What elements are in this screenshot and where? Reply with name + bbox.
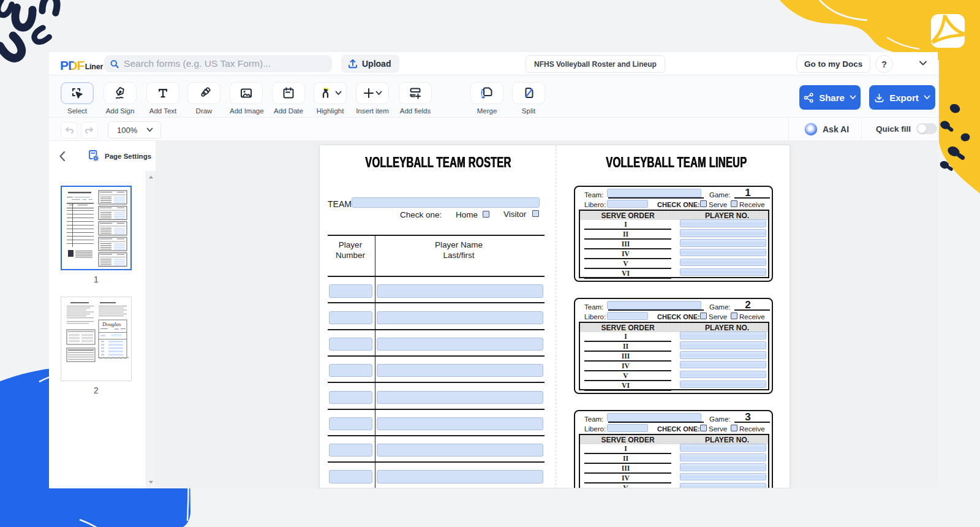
lineup-team-field[interactable] xyxy=(607,413,701,422)
roster-player-number-field[interactable] xyxy=(329,311,372,324)
tool-add-image[interactable]: Add Image xyxy=(230,82,263,115)
player-no-field[interactable] xyxy=(680,463,766,471)
quick-fill-toggle[interactable] xyxy=(916,123,937,134)
tool-add-sign[interactable]: Add Sign xyxy=(104,82,137,115)
lineup-team-label: Team: xyxy=(584,191,603,199)
pdfliner-logo[interactable]: PDF Liner xyxy=(60,57,103,72)
player-no-field[interactable] xyxy=(680,249,766,257)
page-thumbnail-2[interactable]: Douglas xyxy=(61,297,132,381)
image-icon xyxy=(239,86,253,100)
tool-label: Add Image xyxy=(230,107,263,115)
export-button[interactable]: Export xyxy=(869,85,935,110)
lineup-serve-checkbox[interactable] xyxy=(700,313,707,319)
sub-toolbar: 100% Ask AI Quick fill xyxy=(49,118,938,141)
roster-team-field[interactable] xyxy=(352,197,540,208)
lineup-receive-checkbox[interactable] xyxy=(731,425,737,431)
player-no-field[interactable] xyxy=(680,473,766,481)
roster-player-name-field[interactable] xyxy=(377,338,543,351)
roster-player-name-field[interactable] xyxy=(377,470,543,483)
roster-player-name-field[interactable] xyxy=(377,444,543,457)
zoom-control[interactable]: 100% xyxy=(108,121,161,138)
player-no-header: PLAYER NO. xyxy=(684,324,770,332)
tool-button-box xyxy=(187,82,221,104)
player-no-field[interactable] xyxy=(680,341,766,349)
header-chevron-down-icon[interactable] xyxy=(919,60,927,66)
player-no-field[interactable] xyxy=(680,268,766,276)
sidebar-scrollbar[interactable] xyxy=(146,171,155,488)
lineup-receive-checkbox[interactable] xyxy=(731,313,737,319)
undo-button[interactable] xyxy=(61,122,78,138)
player-no-field[interactable] xyxy=(680,332,766,339)
download-icon xyxy=(874,93,884,103)
player-no-field[interactable] xyxy=(680,371,766,379)
player-no-field[interactable] xyxy=(680,483,766,488)
share-button[interactable]: Share xyxy=(799,85,861,110)
tool-add-fields[interactable]: Add fields xyxy=(399,82,432,115)
roster-player-number-field[interactable] xyxy=(329,364,372,377)
chevron-down-icon xyxy=(375,91,382,96)
tool-draw[interactable]: Draw xyxy=(187,82,221,115)
lineup-libero-field[interactable] xyxy=(607,424,648,432)
pdf-page[interactable]: VOLLEYBALL TEAM ROSTERTEAMCheck one:Home… xyxy=(319,145,790,488)
lineup-serve-checkbox[interactable] xyxy=(700,425,707,431)
roster-player-name-field[interactable] xyxy=(377,417,543,430)
tool-add-date[interactable]: Add Date xyxy=(272,82,305,115)
roster-player-name-field[interactable] xyxy=(377,311,543,324)
player-no-field[interactable] xyxy=(680,361,766,369)
lineup-serve-checkbox[interactable] xyxy=(700,200,707,207)
tool-merge[interactable]: Merge xyxy=(470,82,503,115)
player-no-field[interactable] xyxy=(680,239,766,247)
roster-player-number-field[interactable] xyxy=(329,417,372,430)
search-input[interactable] xyxy=(124,58,326,69)
tool-button-box xyxy=(230,82,263,104)
ask-ai-button[interactable]: Ask AI xyxy=(805,123,849,135)
player-no-field[interactable] xyxy=(680,444,766,452)
tab-label: Page Settings xyxy=(105,153,151,160)
player-no-field[interactable] xyxy=(680,259,766,267)
help-button[interactable]: ? xyxy=(875,55,893,73)
lineup-libero-field[interactable] xyxy=(607,200,648,208)
lineup-game-underline xyxy=(734,422,770,423)
roster-home-checkbox[interactable] xyxy=(483,211,489,218)
roster-player-number-field[interactable] xyxy=(329,444,372,457)
chevron-left-icon xyxy=(59,151,66,162)
player-no-field[interactable] xyxy=(680,453,766,461)
tool-insert-item[interactable]: Insert item xyxy=(356,82,389,115)
serve-order-numeral: VI xyxy=(585,270,666,277)
tool-select[interactable]: Select xyxy=(61,82,94,115)
lineup-team-field[interactable] xyxy=(607,189,701,197)
player-no-field[interactable] xyxy=(680,351,766,359)
lineup-team-field[interactable] xyxy=(607,301,701,309)
tool-add-text[interactable]: Add Text xyxy=(146,82,179,115)
lineup-libero-field[interactable] xyxy=(607,312,648,320)
upload-button[interactable]: Upload xyxy=(341,55,399,73)
roster-player-number-field[interactable] xyxy=(329,391,372,404)
page-thumbnail-1[interactable] xyxy=(61,186,132,270)
tab-page-settings[interactable]: Page Settings xyxy=(75,141,156,171)
lineup-receive-checkbox[interactable] xyxy=(731,200,737,207)
document-title-chip[interactable]: NFHS Volleyball Roster and Lineup xyxy=(526,55,665,73)
player-no-field[interactable] xyxy=(680,219,766,227)
tool-highlight[interactable]: Highlight xyxy=(314,82,347,115)
player-no-field[interactable] xyxy=(680,381,766,389)
roster-rule xyxy=(328,461,545,463)
lineup-game-label: Game: xyxy=(709,303,731,311)
redo-button[interactable] xyxy=(81,122,98,138)
roster-player-name-field[interactable] xyxy=(377,284,543,297)
roster-player-number-field[interactable] xyxy=(329,284,372,297)
roster-player-number-field[interactable] xyxy=(329,470,372,483)
tool-button-box xyxy=(104,82,137,104)
collapse-sidebar-button[interactable] xyxy=(49,141,75,171)
tool-button-box xyxy=(512,82,545,104)
roster-player-number-field[interactable] xyxy=(329,338,372,351)
tool-split[interactable]: Split xyxy=(512,82,545,115)
serve-order-header: SERVE ORDER xyxy=(585,211,671,220)
player-no-field[interactable] xyxy=(680,229,766,237)
roster-visitor-label: Visitor xyxy=(503,210,526,219)
roster-rule xyxy=(328,329,545,330)
roster-visitor-checkbox[interactable] xyxy=(532,210,539,217)
go-to-my-docs-button[interactable]: Go to my Docs xyxy=(796,55,870,73)
tool-label: Insert item xyxy=(356,107,389,115)
roster-player-name-field[interactable] xyxy=(377,391,543,404)
roster-player-name-field[interactable] xyxy=(377,364,543,377)
